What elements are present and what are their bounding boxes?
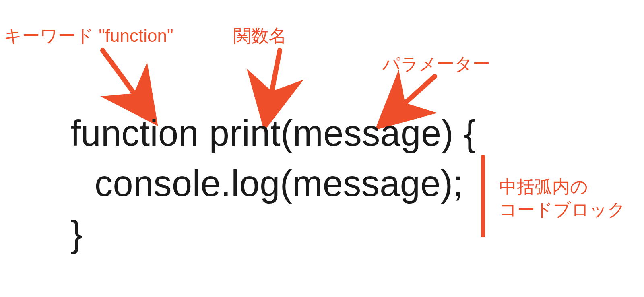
annotation-code-block-line1: 中括弧内の [499,175,625,198]
code-line-2: console.log(message); [95,163,463,204]
code-line-3: } [70,213,83,255]
annotation-keyword-label: キーワード "function" [4,24,173,47]
svg-line-2 [396,76,435,111]
arrow-keyword-icon [97,46,157,111]
code-block-indicator-line [481,155,485,237]
svg-line-1 [270,50,280,103]
annotation-code-block-label: 中括弧内の コードブロック [499,175,625,221]
svg-line-0 [103,50,141,103]
annotation-function-name-label: 関数名 [233,24,287,47]
arrow-function-name-icon [254,46,302,111]
code-line-1: function print(message) { [70,113,476,154]
annotation-code-block-line2: コードブロック [499,198,625,221]
annotation-parameter-label: パラメーター [382,52,490,75]
